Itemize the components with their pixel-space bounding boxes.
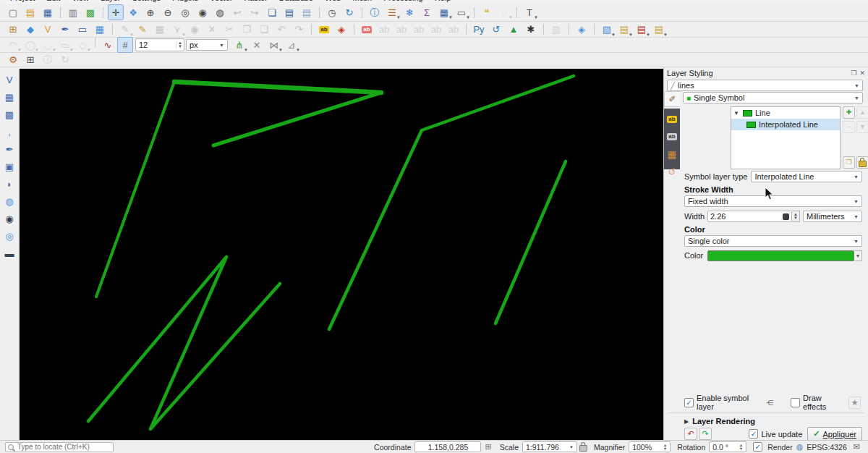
zoom-to-layer-button[interactable]: ◍ (212, 4, 228, 20)
self-snapping-dropdown-icon[interactable]: ▼ (278, 48, 283, 52)
select-features-by-area-button[interactable]: ▧▼ (599, 22, 615, 38)
tab-labels-button[interactable]: ab (664, 111, 680, 127)
extents-icon[interactable]: ⊞ (485, 442, 491, 452)
menu-processing[interactable]: Processing (378, 0, 428, 2)
coordinate-field[interactable]: 1.158,0.285 (414, 441, 481, 452)
snap-to-grid-button[interactable]: ⊿▼ (284, 37, 299, 53)
menu-view[interactable]: View (66, 0, 95, 2)
width-unit-combo[interactable]: Millimeters ▼ (803, 211, 862, 222)
run-feature-action-button[interactable]: ☰▼ (384, 4, 400, 20)
show-bookmarks-button[interactable]: ▤ (281, 4, 297, 20)
layout-manager-button[interactable]: ▤▼ (616, 22, 632, 38)
layer-diagram-button[interactable]: ◈ (333, 22, 349, 38)
duplicate-symbol-layer-button[interactable]: ❐ (843, 156, 855, 169)
pan-map-button[interactable]: ✛ (108, 4, 124, 20)
snap-to-grid-dropdown-icon[interactable]: ▼ (296, 48, 300, 52)
tree-row-line[interactable]: ▼ Line (731, 107, 840, 119)
new-temporary-layer-button[interactable]: ▭ (75, 22, 90, 38)
spin-arrows-icon[interactable]: ▲▼ (176, 41, 184, 48)
zoom-in-button[interactable]: ⊕ (142, 4, 158, 20)
new-spatial-bookmark-dropdown-icon[interactable]: ▼ (509, 15, 513, 20)
menu-web[interactable]: Web (319, 0, 346, 2)
highlight-pinned-labels-button[interactable]: ab (359, 22, 375, 38)
new-project-button[interactable]: ▢ (5, 4, 21, 20)
live-update-checkbox[interactable] (749, 429, 758, 439)
debugging-tools-button[interactable]: ✱ (523, 22, 539, 38)
atlas-settings-dropdown-icon[interactable]: ▼ (646, 33, 650, 37)
text-annotation-dropdown-icon[interactable]: ▼ (534, 15, 538, 20)
add-symbol-layer-button[interactable]: ✚ (843, 106, 855, 119)
snapping-tolerance-spinbox[interactable]: 12 ▲▼ (135, 38, 184, 51)
color-mode-combo[interactable]: Single color ▼ (684, 235, 862, 247)
add-xyz-layer-button[interactable]: ◉ (1, 211, 17, 226)
lock-color-button[interactable] (856, 156, 868, 169)
layer-labeling-button[interactable]: ab (316, 22, 332, 38)
measure-button[interactable]: ▭▼ (454, 4, 469, 20)
draw-effects-checkbox[interactable] (791, 398, 800, 407)
tab-symbology[interactable]: ✐ (664, 91, 680, 107)
run-feature-action-dropdown-icon[interactable]: ▼ (396, 15, 401, 20)
current-edits-dropdown-icon[interactable]: ▼ (129, 33, 134, 37)
menu-mesh[interactable]: Mesh (346, 0, 378, 2)
new-spatialite-button[interactable]: ✒ (57, 22, 73, 38)
spin-arrows-icon[interactable]: ▲▼ (739, 444, 743, 450)
menu-help[interactable]: Help (429, 0, 457, 2)
select-features-by-area-dropdown-icon[interactable]: ▼ (611, 33, 616, 37)
width-input[interactable]: 2.26 (707, 211, 792, 222)
spin-arrows-icon[interactable]: ▲▼ (663, 444, 667, 450)
symbol-layer-type-combo[interactable]: Interpolated Line ▼ (751, 171, 862, 182)
self-snapping-button[interactable]: ⋈▼ (266, 37, 282, 53)
show-statistics-button[interactable]: Σ (419, 4, 435, 20)
expander-collapsed-icon[interactable]: ▶ (684, 418, 689, 425)
menu-plugins[interactable]: Plugins (166, 0, 204, 2)
open-attribute-table-button[interactable]: ▦▼ (436, 4, 452, 20)
color-dropdown-icon[interactable]: ▼ (854, 250, 862, 261)
magnifier-field[interactable]: 100% ▲▼ (629, 441, 671, 452)
menu-edit[interactable]: Edit (41, 0, 66, 2)
menu-database[interactable]: Database (273, 0, 319, 2)
menu-raster[interactable]: Raster (238, 0, 273, 2)
vertex-tool-dropdown-icon[interactable]: ▼ (182, 33, 186, 37)
enable-tracing-dropdown-icon[interactable]: ▼ (244, 48, 248, 52)
add-point-cloud-button[interactable]: ◗ (1, 176, 17, 192)
locator-search[interactable] (5, 442, 114, 452)
zoom-out-button[interactable]: ⊖ (160, 4, 176, 20)
new-print-layout-button[interactable]: ▥ (65, 4, 81, 20)
identify-features-button[interactable]: ⓘ (367, 4, 383, 20)
processing-history-button[interactable]: ↺ (488, 22, 504, 38)
add-mesh-layer-button[interactable]: ▩ (1, 106, 17, 122)
enable-tracing-button[interactable]: ⋔▼ (231, 37, 247, 53)
new-virtual-layer-button[interactable]: ▦ (92, 22, 108, 38)
add-raster-layer-button[interactable]: ▦ (1, 89, 17, 105)
digitize-regular-polygon-dropdown-icon[interactable]: ▼ (87, 48, 91, 52)
new-bookmark-button[interactable]: ▤ (299, 4, 315, 20)
menu-vector[interactable]: Vector (204, 0, 238, 2)
width-spin-arrows[interactable]: ▲▼ (792, 211, 800, 222)
add-delimited-text-button[interactable]: , (1, 124, 17, 140)
rotation-field[interactable]: 0.0 ° ▲▼ (709, 441, 746, 452)
scale-combo[interactable]: 1:911.796 ▼ (522, 441, 577, 452)
map-tips-button[interactable]: ❝ (479, 4, 495, 20)
locator-input[interactable] (5, 442, 114, 452)
zoom-to-selection-button[interactable]: ◉ (195, 4, 210, 20)
redo-style-button[interactable]: ↷ (699, 428, 712, 440)
deselect-features-button[interactable]: ❄ (401, 4, 417, 20)
apply-button[interactable]: ✓ Appliquer (807, 427, 862, 441)
data-source-manager-button[interactable]: ⊞ (5, 22, 21, 38)
mesh-digitizing-button[interactable]: ◈ (574, 22, 590, 38)
layer-select-combo[interactable]: ╱ lines ▼ (667, 80, 863, 91)
new-geopackage-button[interactable]: ◆ (22, 22, 38, 38)
close-panel-icon[interactable]: ✕ (859, 69, 865, 77)
add-vector-layer-button[interactable]: V (1, 72, 17, 88)
georeferencer-button[interactable]: ▲ (506, 22, 522, 38)
add-virtual-layer-button[interactable]: ▬ (1, 245, 17, 261)
open-project-button[interactable]: ▤ (22, 4, 38, 20)
enable-symbol-layer-checkbox[interactable] (684, 398, 694, 407)
expander-icon[interactable]: ▼ (733, 110, 740, 117)
new-map-view-button[interactable]: ❏ (264, 4, 280, 20)
messages-icon[interactable]: ✉ (854, 442, 860, 452)
report-manager-dropdown-icon[interactable]: ▼ (663, 33, 668, 37)
symbol-mode-combo[interactable]: ■ Single Symbol ▼ (683, 92, 863, 103)
stream-digitizing-button[interactable]: ∿ (100, 37, 116, 53)
measure-dropdown-icon[interactable]: ▼ (466, 15, 470, 20)
